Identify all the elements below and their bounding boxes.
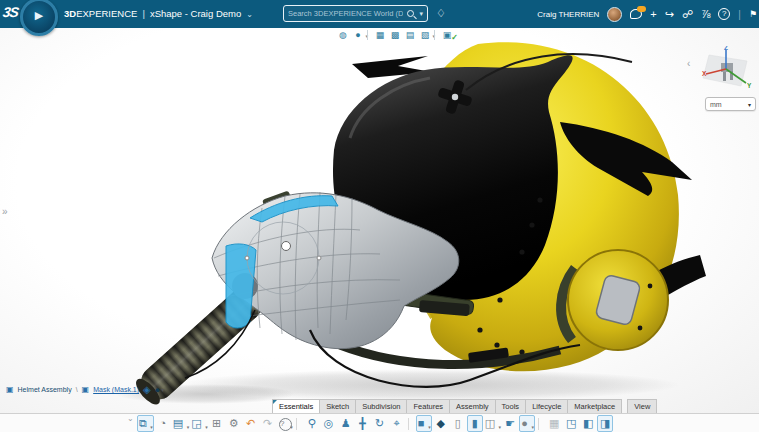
separator: [408, 418, 413, 430]
viewport-toolbar: ◍●▦▩▤▧▣: [337, 30, 453, 40]
render-mode-icon[interactable]: ◍: [337, 30, 349, 40]
avatar[interactable]: [607, 7, 622, 22]
title-separator: |: [142, 8, 144, 19]
chevron-down-icon: ▾: [748, 101, 751, 108]
compass-collapse-icon[interactable]: ‹: [687, 58, 690, 69]
history-icon[interactable]: ◔: [155, 416, 171, 431]
walk-icon[interactable]: ♟: [338, 416, 354, 431]
search-box: ▾: [283, 5, 428, 22]
validate-icon[interactable]: ▣: [441, 30, 453, 40]
separator: [538, 418, 543, 430]
notification-badge: [637, 6, 646, 12]
screen-capture-icon[interactable]: ◳: [563, 416, 579, 431]
left-panel-expand-icon[interactable]: »: [2, 206, 8, 217]
display-sphere-icon[interactable]: ●: [352, 30, 364, 40]
save-icon[interactable]: ▤: [172, 416, 189, 431]
separator: [296, 418, 301, 430]
breadcrumb-active-part[interactable]: Mask (Mask.1): [93, 386, 139, 393]
separator: [434, 30, 438, 40]
key-search-icon[interactable]: ⚲: [304, 416, 320, 431]
tab-marketplace[interactable]: Marketplace: [568, 399, 622, 413]
app-title[interactable]: 3DEXPERIENCE|xShape - Craig Demo⌄: [64, 8, 253, 19]
share-icon[interactable]: ↪: [665, 8, 674, 21]
application-window: 3S ▶ 3DEXPERIENCE|xShape - Craig Demo⌄ ▾…: [0, 0, 759, 432]
render-style-icon[interactable]: ◫: [484, 416, 501, 431]
search-input[interactable]: [284, 9, 407, 18]
top-bar: 3S ▶ 3DEXPERIENCE|xShape - Craig Demo⌄ ▾…: [0, 0, 759, 28]
camera-view-icon[interactable]: ▧: [419, 30, 431, 40]
separator: [367, 30, 371, 40]
3ds-logo[interactable]: 3S: [2, 4, 19, 20]
import-export-icon[interactable]: ◲: [190, 416, 207, 431]
tab-features[interactable]: Features: [407, 399, 450, 413]
control-point[interactable]: [282, 242, 291, 251]
pin-icon[interactable]: ⚑: [749, 9, 757, 19]
tab-view[interactable]: View: [627, 399, 657, 413]
collapse-toolbar-icon[interactable]: ⌄: [127, 414, 134, 423]
new-content-icon[interactable]: ⧉: [137, 415, 154, 432]
pointer-hand-icon[interactable]: ☛: [502, 416, 518, 431]
action-bar: ⌄ ⧉◔▤◲⊞⚙↶↷?⚲◎♟╋↻⌖■◆▯▮◫☛●▦◳◧◨: [0, 413, 759, 432]
screen-hand-icon[interactable]: ◧: [580, 416, 596, 431]
divider: |: [738, 9, 741, 20]
redo-icon[interactable]: ↷: [260, 416, 276, 431]
axis-x-label: X: [702, 70, 707, 77]
action-bar-icons: ⧉◔▤◲⊞⚙↶↷?⚲◎♟╋↻⌖■◆▯▮◫☛●▦◳◧◨: [137, 415, 613, 432]
help-icon[interactable]: ?: [277, 416, 293, 431]
material-sphere-icon[interactable]: ●: [519, 415, 535, 432]
tab-tools[interactable]: Tools: [496, 399, 527, 413]
immersive-view-icon[interactable]: ◨: [597, 415, 613, 432]
assembly-cube-icon: ▣: [6, 385, 14, 394]
add-icon[interactable]: +: [650, 8, 656, 20]
user-name[interactable]: Craig THERRIEN: [537, 10, 599, 19]
tab-sketch[interactable]: Sketch: [320, 399, 356, 413]
platform-tools-icon[interactable]: ⅞: [701, 8, 710, 20]
units-value: mm: [710, 101, 722, 108]
subdivision-sphere-icon[interactable]: ◆: [433, 416, 449, 431]
help-icon[interactable]: ?: [718, 8, 730, 20]
chevron-down-icon[interactable]: ⌄: [246, 10, 253, 19]
tag-icon[interactable]: ♢: [436, 7, 446, 20]
context-sphere-icon: ●: [155, 385, 160, 395]
grid-icon[interactable]: ▦: [546, 416, 562, 431]
search-caret-icon[interactable]: ▾: [419, 10, 423, 18]
share-network-icon[interactable]: ☍: [682, 8, 693, 21]
view-settings-icon[interactable]: ▦: [374, 30, 386, 40]
notifications-icon[interactable]: [630, 9, 642, 19]
pan-icon[interactable]: ╋: [355, 416, 371, 431]
breadcrumb-root[interactable]: Helmet Assembly: [18, 386, 72, 393]
title-brand: EXPERIENCE: [76, 8, 137, 19]
globe-icon[interactable]: ◎: [321, 416, 337, 431]
play-icon: ▶: [23, 9, 55, 22]
breadcrumb-separator: \: [76, 386, 78, 393]
part-cube-icon: ▣: [82, 385, 90, 394]
shaded-cylinder-icon[interactable]: ▮: [467, 415, 483, 432]
tab-essentials[interactable]: Essentials: [272, 399, 320, 413]
axis-y-label: Y: [747, 82, 752, 89]
title-brand-bold: 3D: [64, 8, 76, 19]
shaded-cube-icon[interactable]: ■: [416, 415, 432, 432]
tab-lifecycle[interactable]: Lifecycle: [526, 399, 568, 413]
tab-assembly[interactable]: Assembly: [450, 399, 496, 413]
xshape-app-icon[interactable]: ◈: [143, 384, 151, 395]
undo-icon[interactable]: ↶: [243, 416, 259, 431]
robot-axes-triad[interactable]: Z X Y: [699, 46, 755, 96]
propagate-icon[interactable]: ⊞: [209, 416, 225, 431]
frame-view-icon[interactable]: ▤: [404, 30, 416, 40]
units-dropdown[interactable]: mm ▾: [705, 97, 756, 111]
3d-viewport[interactable]: ◍●▦▩▤▧▣ » ‹ Z X Y mm ▾ ▣ Helmet Assembly…: [0, 28, 759, 413]
settings-gear-icon[interactable]: ⚙: [226, 416, 242, 431]
zoom-icon[interactable]: ⌖: [389, 416, 405, 431]
wireframe-cylinder-icon[interactable]: ▯: [450, 416, 466, 431]
search-icon[interactable]: [407, 10, 414, 17]
section-view-icon[interactable]: ▩: [389, 30, 401, 40]
context-menu-icon[interactable]: ● ▾: [155, 385, 164, 395]
title-app-name: xShape - Craig Demo: [150, 8, 241, 19]
breadcrumb: ▣ Helmet Assembly \ ▣ Mask (Mask.1) ◈ ● …: [6, 384, 164, 395]
user-cluster: Craig THERRIEN + ↪ ☍ ⅞ ? | ⚑: [537, 0, 757, 28]
rotate-icon[interactable]: ↻: [372, 416, 388, 431]
tab-subdivision[interactable]: Subdivision: [356, 399, 407, 413]
workbench-tabs: EssentialsSketchSubdivisionFeaturesAssem…: [272, 399, 657, 413]
helmet-model[interactable]: [0, 28, 759, 413]
chevron-down-icon: ▾: [161, 386, 164, 393]
